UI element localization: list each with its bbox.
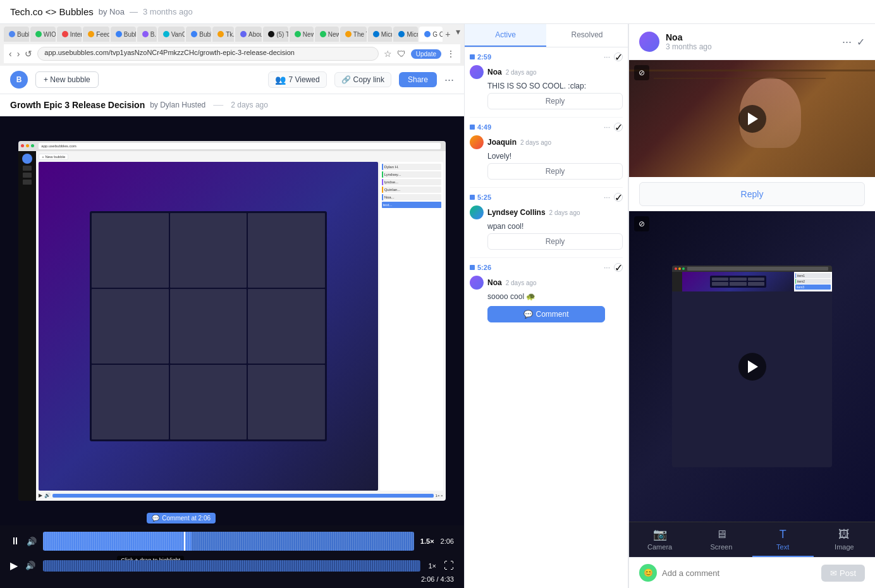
browser-tab-1[interactable]: Bubl. — [4, 27, 29, 42]
toolbar-tab-screen[interactable]: 🖥 Screen — [690, 523, 752, 557]
reply-btn-3[interactable]: Reply — [487, 233, 623, 250]
right-more-btn[interactable]: ··· — [842, 35, 852, 49]
comment-header-4: Noa 2 days ago — [470, 276, 623, 290]
comment-actions-3: ··· ✓ — [604, 193, 623, 202]
browser-tab-14[interactable]: The T — [340, 27, 367, 42]
time-ago: 3 months ago — [143, 7, 193, 16]
comment-check-2[interactable]: ✓ — [614, 123, 623, 132]
comment-check-4[interactable]: ✓ — [614, 263, 623, 272]
browser-tab-15[interactable]: Micr. — [368, 27, 393, 42]
reply-btn-2[interactable]: Reply — [487, 163, 623, 180]
copy-link-button[interactable]: 🔗 Copy link — [334, 72, 391, 87]
browser-tab-16[interactable]: Micr. — [393, 27, 418, 42]
refresh-btn[interactable]: ↺ — [25, 49, 32, 59]
new-tab-btn[interactable]: + — [444, 27, 452, 42]
playback-time: 2:06 — [441, 537, 454, 545]
comment-more-btn-1[interactable]: ··· — [604, 52, 610, 61]
video-preview-1[interactable]: ⊘ — [629, 60, 875, 177]
browser-tab-6[interactable]: B. — [137, 27, 157, 42]
url-input[interactable]: app.usebubbles.com/tvp1yasNzoNCr4PmkzzCH… — [37, 47, 378, 61]
browser-tab-4[interactable]: Feed. — [83, 27, 109, 42]
share-button[interactable]: Share — [399, 72, 437, 87]
play-overlay-2[interactable] — [738, 353, 766, 381]
timestamp-dot-4 — [470, 265, 475, 270]
play-pause-btn[interactable]: ⏸ — [10, 536, 20, 547]
browser-tab-12[interactable]: New — [290, 27, 314, 42]
video-area[interactable]: app.usebubbles.com — [0, 116, 464, 525]
browser-tab-9[interactable]: Tk. — [212, 27, 234, 42]
forward-btn[interactable]: › — [17, 49, 20, 59]
address-bar: ‹ › ↺ app.usebubbles.com/tvp1yasNzoNCr4P… — [4, 44, 460, 63]
screenshot-inner: app.usebubbles.com — [18, 141, 445, 501]
reply-btn-1[interactable]: Reply — [487, 93, 623, 109]
video-preview-2[interactable]: × ⊘ — [629, 211, 875, 522]
browser-tab-2[interactable]: WIO. — [30, 27, 56, 42]
screen-label: Screen — [710, 543, 732, 551]
toolbar-tab-text[interactable]: T Text — [752, 523, 814, 557]
volume-btn[interactable]: 🔊 — [27, 537, 37, 546]
tab-active[interactable]: Active — [465, 24, 546, 47]
play-overlay-1[interactable] — [738, 105, 766, 133]
comment-group-2: 4:49 ··· ✓ Joaquin 2 days ago Lovely! Re… — [470, 117, 623, 180]
comment-text-1: THIS IS SO SO COOL. :clap: — [470, 82, 623, 90]
browser-tab-5[interactable]: Bubl. — [111, 27, 136, 42]
browser-tab-active[interactable]: G C — [419, 27, 443, 42]
viewers-button[interactable]: 👥 7 Viewed — [268, 71, 326, 88]
right-panel: Noa 3 months ago ··· ✓ — [628, 24, 875, 588]
toolbar-tab-image[interactable]: 🖼 Image — [814, 523, 875, 557]
text-label: Text — [776, 543, 789, 551]
comment-timestamp-1: 2:59 ··· ✓ — [470, 52, 623, 61]
comment-tooltip: 💬 Comment at 2:06 — [147, 513, 216, 524]
tab-resolved[interactable]: Resolved — [546, 24, 628, 47]
avatar-noa-2 — [470, 276, 484, 290]
comment-header-2: Joaquin 2 days ago — [470, 135, 623, 149]
video-time-ago: 2 days ago — [231, 101, 268, 109]
video-author: by Dylan Husted — [150, 101, 205, 109]
tabs-menu-btn[interactable]: ▾ — [456, 27, 460, 42]
back-btn[interactable]: ‹ — [9, 49, 12, 59]
comment-text-3: wpan cool! — [470, 222, 623, 231]
waveform[interactable] — [43, 532, 414, 551]
comment-item-1: Noa 2 days ago THIS IS SO SO COOL. :clap… — [470, 65, 623, 109]
toolbar-tab-camera[interactable]: 📷 Camera — [629, 522, 690, 557]
camera-icon: 📷 — [653, 527, 667, 541]
progress-bar-container[interactable]: 💬 Comment at 2:06 Click + drag to highli… — [43, 532, 414, 551]
comment-btn-4[interactable]: 💬 Comment — [487, 306, 605, 322]
browser-tab-8[interactable]: Bubl. — [186, 27, 211, 42]
more-options-btn[interactable]: ··· — [444, 73, 454, 87]
main-volume-btn[interactable]: 🔊 — [25, 561, 35, 570]
update-btn[interactable]: Update — [411, 49, 441, 59]
comment-check-1[interactable]: ✓ — [614, 52, 623, 61]
reply-button[interactable]: Reply — [639, 182, 865, 206]
bottom-waveform-container[interactable] — [43, 560, 420, 572]
fullscreen-btn[interactable]: ⛶ — [444, 560, 454, 572]
comment-add-input[interactable] — [662, 568, 816, 578]
star-btn[interactable]: ☆ — [384, 49, 392, 59]
main-play-btn[interactable]: ▶ — [10, 560, 18, 572]
play-triangle-2 — [748, 360, 758, 373]
browser-tab-7[interactable]: VanC. — [158, 27, 185, 42]
browser-tab-10[interactable]: Abou. — [235, 27, 262, 42]
comment-more-btn-4[interactable]: ··· — [604, 263, 610, 272]
browser-tab-13[interactable]: New — [315, 27, 339, 42]
play-triangle-1 — [748, 113, 758, 125]
comment-timestamp-2: 4:49 ··· ✓ — [470, 123, 623, 132]
video-screenshot: app.usebubbles.com — [18, 141, 445, 501]
menu-icon: ⋮ — [446, 49, 455, 59]
right-check-icon[interactable]: ✓ — [857, 36, 865, 48]
preview-2-bg: ⊘ — [629, 211, 875, 522]
comment-author-4: Noa — [487, 278, 502, 287]
post-button[interactable]: ✉ Post — [821, 565, 865, 582]
new-bubble-button[interactable]: + New bubble — [35, 71, 99, 88]
comment-more-btn-2[interactable]: ··· — [604, 123, 610, 132]
browser-tab-3[interactable]: Inter. — [57, 27, 82, 42]
comment-check-3[interactable]: ✓ — [614, 193, 623, 202]
bottom-row: ▶ 🔊 1× ⛶ — [10, 560, 454, 572]
comment-more-btn-3[interactable]: ··· — [604, 193, 610, 202]
right-header-info: Noa 3 months ago — [666, 32, 712, 51]
comment-group-4: 5:26 ··· ✓ Noa 2 days ago soooo cool 🐢 — [470, 257, 623, 325]
comment-time-1: 2 days ago — [506, 69, 537, 76]
title-sep: — — [213, 99, 223, 111]
playback-speed[interactable]: 1.5× — [420, 537, 434, 545]
browser-tab-11[interactable]: (5) T. — [263, 27, 288, 42]
